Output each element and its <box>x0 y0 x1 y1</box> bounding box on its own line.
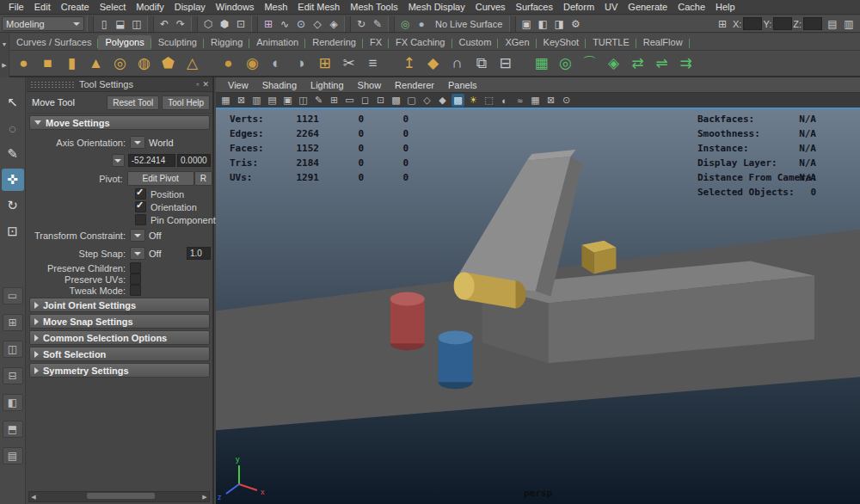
open-render-view-icon[interactable]: ▣ <box>519 16 534 32</box>
poly-prism-icon[interactable]: ⬟ <box>157 52 179 74</box>
axis-angle-field-1[interactable]: -52.2414 <box>128 154 175 167</box>
menu-item[interactable]: Edit Mesh <box>292 0 345 15</box>
rotate-tool[interactable]: ↻ <box>2 194 24 217</box>
group-separator[interactable] <box>87 16 94 32</box>
combine-icon[interactable]: ⧉ <box>470 52 492 74</box>
menu-item[interactable]: Select <box>95 0 132 15</box>
axis-angle-field-2[interactable]: 0.0000 <box>177 154 211 167</box>
menu-item[interactable]: Mesh Tools <box>345 0 402 15</box>
section-header[interactable]: Symmetry Settings <box>29 363 210 378</box>
wireframe-icon[interactable]: ◇ <box>421 94 433 107</box>
new-scene-icon[interactable]: ▯ <box>96 16 112 32</box>
menu-item[interactable]: Edit <box>29 0 56 15</box>
render-settings-icon[interactable]: ⚙ <box>568 16 583 32</box>
redo-icon[interactable]: ↷ <box>173 16 188 32</box>
scale-tool[interactable]: ⊡ <box>2 220 24 243</box>
axis-orientation-value[interactable]: World <box>149 138 174 148</box>
reset-pivot-button[interactable]: R <box>194 171 212 186</box>
checkbox[interactable] <box>130 274 141 285</box>
separate-icon[interactable]: ⊟ <box>494 52 516 74</box>
multi-cut-icon[interactable]: ✂ <box>338 52 359 74</box>
group-separator[interactable] <box>509 16 516 32</box>
two-d-pan-zoom-icon[interactable]: ◫ <box>297 94 310 107</box>
grease-pencil-icon[interactable]: ✎ <box>312 94 325 107</box>
gate-mask-icon[interactable]: ⊡ <box>374 94 387 107</box>
viewport-menu-item[interactable]: Panels <box>441 80 484 90</box>
checkbox[interactable] <box>135 214 146 225</box>
construction-history-icon[interactable]: ↻ <box>353 16 369 32</box>
bridge-icon[interactable]: ∩ <box>446 52 468 74</box>
multisample-icon[interactable]: ▦ <box>529 94 542 107</box>
poly-cone-icon[interactable]: ▲ <box>85 52 107 74</box>
drag-grip-icon[interactable] <box>30 81 75 89</box>
target-weld-icon[interactable]: ◎ <box>555 52 576 74</box>
gold-cylinder-near-cap[interactable] <box>454 273 475 300</box>
coord-input[interactable] <box>773 17 792 30</box>
menu-item[interactable]: Generate <box>623 0 673 15</box>
viewport-menu-item[interactable]: Show <box>351 80 389 90</box>
lasso-tool[interactable]: ◌ <box>2 117 24 139</box>
snap-grid-icon[interactable]: ⊞ <box>261 16 276 32</box>
attribute-editor-icon[interactable]: ▥ <box>841 16 857 32</box>
axis-orientation-dropdown[interactable] <box>130 136 145 149</box>
viewport-menu-item[interactable]: Shading <box>255 80 304 90</box>
close-icon[interactable]: ✕ <box>202 80 209 89</box>
viewport-canvas[interactable]: y x z Verts: 1121 0 0 Edges: <box>216 108 860 504</box>
menuset-dropdown[interactable]: Modeling <box>2 16 84 31</box>
shaded-icon[interactable]: ◆ <box>436 94 449 107</box>
shelf-tab[interactable]: Custom <box>452 35 499 50</box>
shelf-tab[interactable]: Sculpting <box>151 35 204 50</box>
coord-input[interactable] <box>743 17 762 30</box>
axis-angle-dropdown[interactable] <box>112 154 125 167</box>
use-all-lights-icon[interactable]: ☀ <box>467 94 480 107</box>
menu-item[interactable]: Surfaces <box>511 0 558 15</box>
layout-hypershade-persp[interactable]: ▤ <box>3 447 23 464</box>
field-chart-icon[interactable]: ▩ <box>390 94 402 107</box>
make-live-shelf-icon[interactable]: ◈ <box>603 52 624 74</box>
save-scene-icon[interactable]: ◫ <box>129 16 144 32</box>
motion-blur-icon[interactable]: ≈ <box>513 94 526 107</box>
layout-two-pane-side[interactable]: ◫ <box>3 341 23 358</box>
make-live-icon[interactable]: ◈ <box>326 16 341 32</box>
viewport-menu-item[interactable]: Lighting <box>304 80 351 90</box>
quad-draw-icon[interactable]: ▦ <box>531 52 552 74</box>
poly-cube-icon[interactable]: ■ <box>37 52 58 74</box>
shelf-tab[interactable]: FX Caching <box>389 35 452 50</box>
checkbox[interactable] <box>130 285 141 296</box>
bookmarks-icon[interactable]: ▤ <box>266 94 279 107</box>
select-tool[interactable]: ↖ <box>2 91 24 114</box>
live-surface-ring-icon[interactable]: ◎ <box>397 16 413 32</box>
layout-four-pane[interactable]: ⊞ <box>3 314 23 331</box>
menu-item[interactable]: Mesh <box>259 0 292 15</box>
menu-item[interactable]: Windows <box>211 0 260 15</box>
select-component-icon[interactable]: ⊡ <box>233 16 249 32</box>
poly-pipe-icon[interactable]: ◍ <box>133 52 155 74</box>
viewport-menu-item[interactable]: View <box>221 80 255 90</box>
step-snap-value[interactable]: Off <box>149 249 187 259</box>
sculpt-sphere-icon[interactable]: ● <box>218 52 239 74</box>
channel-box-icon[interactable]: ▤ <box>825 16 840 32</box>
scroll-right-icon[interactable]: ▶ <box>200 493 209 501</box>
open-scene-icon[interactable]: ⬓ <box>113 16 128 32</box>
shelf-menu-icon[interactable]: ▶ <box>2 62 6 69</box>
paint-effects-icon[interactable]: ✎ <box>370 16 385 32</box>
section-header[interactable]: Joint Orient Settings <box>29 298 210 312</box>
tool-help-button[interactable]: Tool Help <box>162 95 210 110</box>
move-tool[interactable]: ✜ <box>2 169 24 191</box>
section-header[interactable]: Move Snap Settings <box>29 314 210 329</box>
snap-curve-icon[interactable]: ∿ <box>277 16 292 32</box>
paint-select-tool[interactable]: ✎ <box>2 143 24 165</box>
section-header-move-settings[interactable]: Move Settings <box>29 115 210 130</box>
menu-item[interactable]: Modify <box>131 0 169 15</box>
menu-item[interactable]: Deform <box>558 0 599 15</box>
viewport-menu-item[interactable]: Renderer <box>388 80 441 90</box>
section-header[interactable]: Soft Selection <box>29 347 210 361</box>
render-current-frame-icon[interactable]: ◧ <box>535 16 550 32</box>
scrollbar-thumb[interactable] <box>87 493 155 499</box>
extrude-icon[interactable]: ↥ <box>398 52 420 74</box>
grid-toggle-icon[interactable]: ⊞ <box>328 94 341 107</box>
menu-item[interactable]: Help <box>710 0 740 15</box>
group-separator[interactable] <box>251 16 258 32</box>
isolate-select-icon[interactable]: ⊙ <box>560 94 573 107</box>
shelf-tab-menu-icon[interactable]: ▼ <box>2 41 8 47</box>
